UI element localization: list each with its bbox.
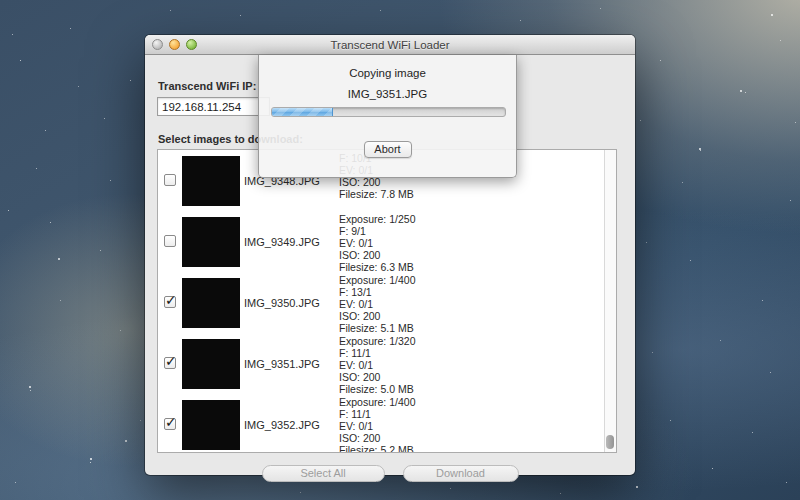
image-checkbox[interactable]: ✓ (164, 296, 176, 308)
image-exif: Exposure: 1/320F: 11/1EV: 0/1ISO: 200Fil… (339, 335, 415, 395)
copy-progress-dialog: Copying image IMG_9351.JPG Abort (258, 55, 517, 178)
image-checkbox[interactable]: ✓ (164, 418, 176, 430)
image-exif: Exposure: 1/400F: 11/1EV: 0/1ISO: 200Fil… (339, 396, 415, 453)
window-title: Transcend WiFi Loader (145, 39, 635, 51)
progress-bar (271, 107, 506, 117)
image-row: ✓ IMG_9350.JPG Exposure: 1/400F: 13/1EV:… (158, 272, 604, 333)
title-bar[interactable]: Transcend WiFi Loader (145, 35, 635, 55)
image-rows: ✓ IMG_9348.JPG F: 10/1EV: 0/1ISO: 200Fil… (158, 150, 604, 453)
checkmark-icon: ✓ (165, 414, 177, 430)
image-thumbnail (182, 339, 240, 389)
image-list: ✓ IMG_9348.JPG F: 10/1EV: 0/1ISO: 200Fil… (157, 149, 617, 453)
checkmark-icon: ✓ (165, 292, 177, 308)
ip-label: Transcend WiFi IP: (158, 80, 256, 92)
image-row: ✓ IMG_9352.JPG Exposure: 1/400F: 11/1EV:… (158, 394, 604, 453)
stars-big (0, 0, 2, 2)
image-row: ✓ IMG_9351.JPG Exposure: 1/320F: 11/1EV:… (158, 333, 604, 394)
image-exif: Exposure: 1/400F: 13/1EV: 0/1ISO: 200Fil… (339, 274, 415, 334)
dialog-filename: IMG_9351.JPG (259, 88, 516, 100)
image-exif: Exposure: 1/250F: 9/1EV: 0/1ISO: 200File… (339, 213, 415, 273)
checkmark-icon: ✓ (165, 353, 177, 369)
download-button[interactable]: Download (403, 465, 519, 482)
image-row: ✓ IMG_9349.JPG Exposure: 1/250F: 9/1EV: … (158, 211, 604, 272)
app-window: Transcend WiFi Loader Transcend WiFi IP:… (145, 35, 635, 475)
image-thumbnail (182, 400, 240, 450)
minimize-button[interactable] (169, 39, 180, 50)
abort-button[interactable]: Abort (364, 141, 412, 158)
scrollbar-thumb[interactable] (606, 435, 614, 449)
image-filename: IMG_9349.JPG (244, 236, 320, 248)
zoom-button[interactable] (186, 39, 197, 50)
image-checkbox[interactable]: ✓ (164, 174, 176, 186)
image-filename: IMG_9350.JPG (244, 297, 320, 309)
image-thumbnail (182, 156, 240, 206)
image-filename: IMG_9351.JPG (244, 358, 320, 370)
image-checkbox[interactable]: ✓ (164, 357, 176, 369)
dialog-title: Copying image (259, 67, 516, 79)
image-checkbox[interactable]: ✓ (164, 235, 176, 247)
scrollbar-track[interactable] (604, 150, 616, 452)
image-thumbnail (182, 278, 240, 328)
progress-fill (272, 108, 333, 116)
close-button[interactable] (152, 39, 163, 50)
image-filename: IMG_9352.JPG (244, 419, 320, 431)
window-content: Transcend WiFi IP: Select images to down… (145, 55, 635, 474)
ip-input[interactable] (157, 97, 270, 116)
select-all-button[interactable]: Select All (262, 465, 385, 482)
image-thumbnail (182, 217, 240, 267)
